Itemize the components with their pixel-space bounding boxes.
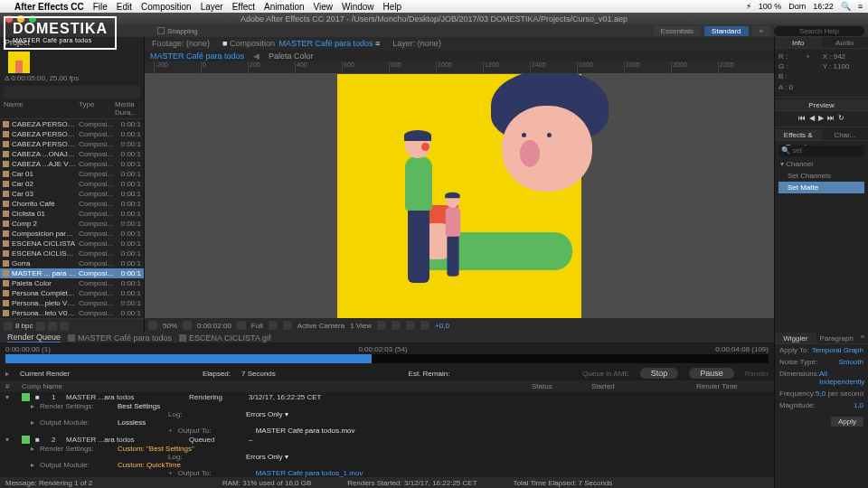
col-duration[interactable]: Media Dura... [115,100,140,117]
project-item[interactable]: Chorrito CaféComposi...0:00:1 [0,199,144,209]
render-settings-link[interactable]: Best Settings [118,402,160,410]
grid-icon[interactable] [183,321,192,330]
tab-wiggler[interactable]: Wiggler [775,333,816,343]
notification-icon[interactable]: ≡ [858,2,863,11]
tab-character[interactable]: Char... [822,129,869,140]
stop-button[interactable]: Stop [640,368,679,379]
tab-info[interactable]: Info [775,37,822,48]
tab-render-queue[interactable]: Render Queue [7,333,61,343]
spotlight-icon[interactable]: 🔍 [841,2,851,11]
play-icon[interactable]: ▶ [818,114,824,122]
effects-search-input[interactable]: 🔍 set [778,145,864,156]
new-comp-icon[interactable] [48,322,57,331]
render-item[interactable]: ▾■2MASTER ...ara todosQueued– [5,435,769,445]
menu-effect[interactable]: Effect [232,2,255,12]
menu-file[interactable]: File [93,2,108,12]
tab-audio[interactable]: Audio [822,37,869,48]
project-item[interactable]: Composicion para LoopComposi...0:00:1 [0,229,144,239]
pause-button[interactable]: Pause [689,368,734,379]
project-item[interactable]: GorraComposi...0:00:1 [0,258,144,268]
project-item[interactable]: CABEZA PERSONAJE V01Composi...0:00:1 [0,139,144,149]
bpc-button[interactable]: 8 bpc [15,322,33,330]
project-item[interactable]: Car 03Composi...0:00:1 [0,189,144,199]
tab-preview[interactable]: Preview [775,99,868,110]
tab-timeline-1[interactable]: MASTER Café para todos [68,333,172,343]
output-to-link[interactable]: MASTER Café para todos.mov [256,427,355,435]
snapshot-icon[interactable] [237,321,246,330]
menu-help[interactable]: Help [383,2,402,12]
render-item[interactable]: ▾■1MASTER ...ara todosRendering3/12/17, … [5,392,769,402]
wiggler-apply-button[interactable]: Apply [831,417,863,427]
current-time[interactable]: 0:00:02:00 [197,322,231,330]
menu-composition[interactable]: Composition [141,2,192,12]
project-item[interactable]: Ciclista 01Composi...0:00:1 [0,209,144,219]
loop-icon[interactable]: ↻ [838,114,844,122]
new-folder-icon[interactable] [36,322,45,331]
exposure-value[interactable]: +0,0 [435,322,449,330]
tab-composition[interactable]: ■ Composition MASTER Café para todos ≡ [219,38,383,49]
menu-layer[interactable]: Layer [201,2,223,12]
project-item[interactable]: CABEZA ...AJE V01B RIGComposi...0:00:1 [0,159,144,169]
tab-paragraph[interactable]: Paragraph [816,333,858,343]
workspace-essentials[interactable]: Essentials [654,26,701,36]
project-item[interactable]: CABEZA PERSONAJE CaféComposi...0:00:1 [0,129,144,139]
pixel-aspect-icon[interactable] [377,321,386,330]
menu-edit[interactable]: Edit [117,2,132,12]
view-layout-dropdown[interactable]: 1 View [350,322,372,330]
zoom-dropdown[interactable]: 50% [163,322,177,330]
log-dropdown[interactable]: Errors Only ▾ [246,453,288,461]
project-item[interactable]: Persona...leto V01 RIG 2Composi...0:00:1 [0,308,144,318]
log-dropdown[interactable]: Errors Only ▾ [246,410,288,418]
col-name[interactable]: Name [4,100,79,117]
project-item[interactable]: Car 02Composi...0:00:1 [0,179,144,189]
effect-set-matte[interactable]: Set Matte [778,182,864,193]
project-item[interactable]: ESCENA CICLISTAComposi...0:00:1 [0,239,144,249]
interpret-icon[interactable] [4,322,13,331]
output-module-link[interactable]: Custom: QuickTime [118,461,181,469]
crumb-1[interactable]: MASTER Café para todos [150,52,244,61]
menu-view[interactable]: View [314,2,334,12]
fast-preview-icon[interactable] [392,321,401,330]
wiggler-value[interactable]: 1,0 [854,401,863,409]
next-frame-icon[interactable]: ⏭ [827,114,835,122]
render-settings-link[interactable]: Custom: "Best Settings" [118,445,194,453]
workspace-standard[interactable]: Standard [704,26,748,36]
project-item[interactable]: Persona...pleto V01 RIGComposi...0:00:1 [0,298,144,308]
output-to-link[interactable]: MASTER Café para todos_1.mov [256,469,363,477]
project-item[interactable]: Paleta ColorComposi...0:00:1 [0,278,144,288]
roi-icon[interactable] [269,321,278,330]
first-frame-icon[interactable]: ⏮ [798,114,806,122]
magnify-icon[interactable] [148,321,157,330]
effect-set-channels[interactable]: Set Channels [778,170,864,182]
output-module-link[interactable]: Lossless [118,418,146,427]
project-search-input[interactable] [4,86,140,99]
project-item[interactable]: Comp 2Composi...0:00:1 [0,219,144,229]
project-item[interactable]: Persona Completo V01Composi...0:00:1 [0,288,144,298]
col-type[interactable]: Type [79,100,115,117]
tab-effects[interactable]: Effects & Presets [775,129,822,140]
project-item[interactable]: CABEZA ...ONAJE V01BComposi...0:00:1 [0,149,144,159]
tab-layer[interactable]: Layer: (none) [389,38,445,49]
wiggler-value[interactable]: 5,0 per second [816,389,863,398]
composition-viewer[interactable] [145,73,774,318]
timeline-icon[interactable] [406,321,415,330]
project-item[interactable]: ESCENA CICLISTA gifComposi...0:00:1 [0,249,144,258]
wiggler-value[interactable]: Smooth [838,358,863,366]
trash-icon[interactable] [60,322,69,331]
flowchart-icon[interactable] [420,321,429,330]
prev-frame-icon[interactable]: ◀ [809,114,815,122]
project-list[interactable]: CABEZA PERSONAJE BiciComposi...0:00:1CAB… [0,119,144,318]
render-checkbox[interactable] [22,393,30,401]
camera-dropdown[interactable]: Active Camera [297,322,344,330]
workspace-more[interactable]: » [752,26,770,36]
project-item[interactable]: Car 01Composi...0:00:1 [0,169,144,179]
menu-animation[interactable]: Animation [264,2,304,12]
effects-category[interactable]: Channel [778,158,864,170]
app-menu[interactable]: After Effects CC [14,2,84,12]
search-help-input[interactable]: Search Help [774,26,864,36]
snapping-checkbox[interactable] [157,27,165,34]
menu-window[interactable]: Window [342,2,374,12]
wiggler-value[interactable]: All Independently [819,370,864,386]
resolution-dropdown[interactable]: Full [251,322,263,330]
tab-footage[interactable]: Footage: (none) [148,38,213,49]
